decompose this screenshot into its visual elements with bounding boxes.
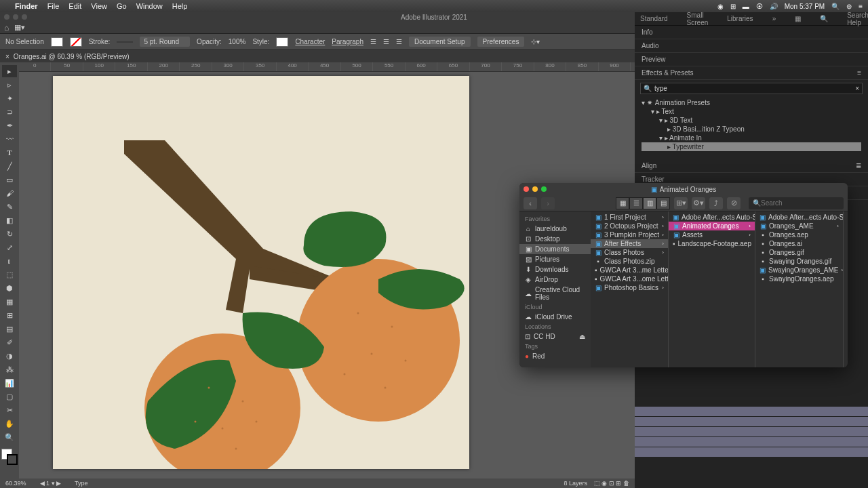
finder-item[interactable]: ▣SwayingOranges_AME› xyxy=(755,266,843,274)
selection-tool[interactable]: ▸ xyxy=(2,65,17,77)
finder-item[interactable]: ▪GWCA Art 3...me Letter.indd xyxy=(591,266,668,274)
effects-search[interactable]: 🔍 type × xyxy=(640,83,863,94)
mesh-tool[interactable]: ⊞ xyxy=(2,309,17,321)
timeline-track[interactable] xyxy=(635,447,868,458)
timeline-track[interactable] xyxy=(635,437,868,447)
finder-item[interactable]: ▣Assets› xyxy=(669,230,755,239)
tree-item[interactable]: ▾ ▸ 3D Text xyxy=(642,116,861,125)
menu-edit[interactable]: Edit xyxy=(68,2,81,10)
snap-icon[interactable]: ⊹▾ xyxy=(531,38,540,45)
zoom-tool[interactable]: 🔍 xyxy=(2,431,17,443)
search-help-icon[interactable]: 🔍 xyxy=(820,15,828,22)
tree-item[interactable]: ▾ ▸ Animate In xyxy=(642,134,861,142)
align-right-icon[interactable]: ☰ xyxy=(396,38,402,45)
direct-select-tool[interactable]: ▹ xyxy=(2,79,17,91)
align-center-icon[interactable]: ☰ xyxy=(383,38,389,45)
group-button[interactable]: ⊞▾ xyxy=(674,197,688,209)
sidebar-item[interactable]: ⊡Desktop xyxy=(519,234,591,244)
fill-stroke-indicator[interactable] xyxy=(1,449,18,465)
scale-tool[interactable]: ⤢ xyxy=(2,241,17,253)
forward-button[interactable]: › xyxy=(541,197,555,209)
hand-tool[interactable]: ✋ xyxy=(2,418,17,430)
view-icon-mode[interactable]: ▦ xyxy=(616,197,629,209)
back-button[interactable]: ‹ xyxy=(524,197,537,209)
finder-item[interactable]: ▣3 Pumpkin Project› xyxy=(591,230,668,239)
stroke-profile-select[interactable]: 5 pt. Round xyxy=(140,37,190,47)
finder-item[interactable]: ▪Oranges.gif xyxy=(755,248,843,257)
volume-icon[interactable]: 🔊 xyxy=(770,3,778,10)
layers-icons[interactable]: ⬚ ◉ ⊡ ⊞ 🗑 xyxy=(594,480,629,487)
style-swatch[interactable] xyxy=(276,37,288,47)
graph-tool[interactable]: 📊 xyxy=(2,377,17,389)
stroke-swatch[interactable] xyxy=(70,37,82,47)
view-list-mode[interactable]: ☰ xyxy=(629,197,643,209)
curvature-tool[interactable]: 〰 xyxy=(2,133,17,145)
width-tool[interactable]: ⫾ xyxy=(2,255,17,267)
wifi-icon[interactable]: ⦿ xyxy=(756,3,763,10)
finder-item[interactable]: ▪Class Photos.zip xyxy=(591,257,668,266)
tree-item[interactable]: ▸ 3D Basi...ition Z Typeon xyxy=(642,125,861,134)
status-flag-icon[interactable]: ▬ xyxy=(743,3,749,10)
timeline-track[interactable] xyxy=(635,427,868,437)
type-tool[interactable]: T xyxy=(2,146,17,159)
workspace-small[interactable]: Small Screen xyxy=(687,12,709,26)
menu-file[interactable]: File xyxy=(47,2,60,10)
workspace-libraries[interactable]: Libraries xyxy=(727,15,753,22)
artboard-nav[interactable]: ◀ 1 ▾ ▶ xyxy=(40,480,62,487)
finder-item[interactable]: ▪Landscape-Footage.aep xyxy=(669,239,755,248)
close-tab-icon[interactable]: × xyxy=(5,53,9,60)
preferences-button[interactable]: Preferences xyxy=(477,37,525,47)
finder-item[interactable]: ▪SwayingOranges.aep xyxy=(755,274,843,283)
status-dropbox-icon[interactable]: ⊞ xyxy=(730,3,736,10)
view-column-mode[interactable]: ▥ xyxy=(643,197,656,209)
effects-panel-header[interactable]: Effects & Presets≡ xyxy=(635,66,868,80)
document-tab-label[interactable]: Oranges.ai @ 60.39 % (RGB/Preview) xyxy=(14,53,130,60)
document-setup-button[interactable]: Document Setup xyxy=(409,37,471,47)
align-left-icon[interactable]: ☰ xyxy=(370,38,376,45)
sidebar-item[interactable]: ⌂laureldoub xyxy=(519,224,591,234)
timeline-track[interactable] xyxy=(635,407,868,417)
line-tool[interactable]: ╱ xyxy=(2,160,17,172)
menu-go[interactable]: Go xyxy=(117,2,127,10)
tree-item[interactable]: ▾ ▸ Text xyxy=(642,107,861,116)
finder-item[interactable]: ▣2 Octopus Project› xyxy=(591,222,668,230)
finder-item[interactable]: ▣Adobe After...ects Auto-Save› xyxy=(669,213,755,222)
opacity-value[interactable]: 100% xyxy=(229,38,246,45)
perspective-tool[interactable]: ▦ xyxy=(2,296,17,308)
finder-item[interactable]: ▣Photoshop Basics› xyxy=(591,283,668,292)
sidebar-item[interactable]: ⬇Downloads xyxy=(519,264,591,274)
panel-grid-icon[interactable]: ▦ xyxy=(795,15,801,22)
character-link[interactable]: Character xyxy=(295,38,325,45)
notification-icon[interactable]: ≡ xyxy=(859,3,863,10)
align-panel-header[interactable]: Align≣ xyxy=(635,159,868,173)
clear-search-icon[interactable]: × xyxy=(855,85,859,92)
info-panel-header[interactable]: Info xyxy=(635,26,868,39)
finder-item[interactable]: ▣Class Photos› xyxy=(591,248,668,257)
finder-window-controls[interactable] xyxy=(524,186,547,192)
paragraph-link[interactable]: Paragraph xyxy=(332,38,363,45)
search-help-label[interactable]: Search Help xyxy=(847,12,868,26)
clock[interactable]: Mon 5:37 PM xyxy=(785,3,825,10)
shape-builder-tool[interactable]: ⬢ xyxy=(2,282,17,294)
audio-panel-header[interactable]: Audio xyxy=(635,39,868,53)
preview-panel-header[interactable]: Preview xyxy=(635,53,868,66)
workspace-standard[interactable]: Standard xyxy=(640,15,668,22)
finder-item[interactable]: ▣Oranges_AME› xyxy=(755,222,843,230)
tags-button[interactable]: ⊘ xyxy=(727,197,741,209)
fill-swatch[interactable] xyxy=(51,37,63,47)
pen-tool[interactable]: ✒ xyxy=(2,119,17,131)
app-name[interactable]: Finder xyxy=(15,2,38,10)
finder-titlebar[interactable]: ▣ Animated Oranges xyxy=(519,183,848,195)
spotlight-icon[interactable]: 🔍 xyxy=(831,3,840,10)
zoom-level[interactable]: 60.39% xyxy=(5,480,26,487)
menu-view[interactable]: View xyxy=(91,2,107,10)
more-icon[interactable]: » xyxy=(772,15,776,22)
sidebar-item[interactable]: ☁Creative Cloud Files xyxy=(519,285,591,302)
shaper-tool[interactable]: ✎ xyxy=(2,201,17,213)
finder-item[interactable]: ▪Oranges.aep xyxy=(755,230,843,239)
artboard-tool[interactable]: ▢ xyxy=(2,390,17,403)
finder-item[interactable]: ▣1 First Project› xyxy=(591,213,668,222)
finder-item[interactable]: ▣After Effects› xyxy=(591,239,668,248)
free-transform-tool[interactable]: ⬚ xyxy=(2,268,17,281)
sidebar-drive[interactable]: ⊡ CC HD ⏏ xyxy=(519,331,591,342)
